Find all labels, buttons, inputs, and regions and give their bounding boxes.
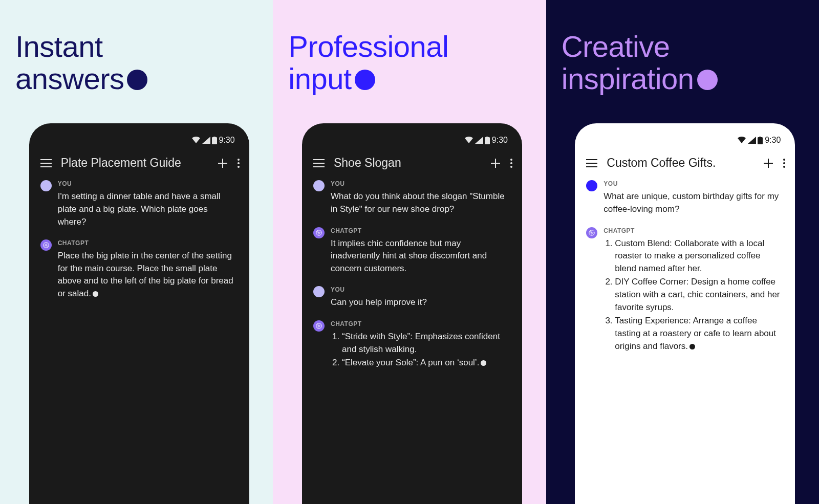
menu-icon[interactable] xyxy=(586,159,597,167)
svg-rect-6 xyxy=(485,137,490,144)
svg-rect-7 xyxy=(486,137,488,138)
assistant-message: CHATGPT Place the big plate in the cente… xyxy=(40,239,238,300)
role-label: CHATGPT xyxy=(604,227,784,234)
status-icons xyxy=(191,137,217,144)
role-label: YOU xyxy=(604,180,784,187)
promo-panel-professional-input: Professional input 9:30 Shoe Slogan xyxy=(273,0,546,504)
message-text: Can you help improve it? xyxy=(331,296,511,309)
user-avatar-icon xyxy=(313,286,325,297)
chat-header: Plate Placement Guide xyxy=(29,150,249,177)
cursor-dot-icon xyxy=(689,344,695,349)
menu-icon[interactable] xyxy=(40,159,52,167)
svg-point-10 xyxy=(510,166,512,168)
promo-panel-instant-answers: Instant answers 9:30 Plate Placement Gui… xyxy=(0,0,273,504)
wifi-icon xyxy=(737,137,746,144)
cursor-dot-icon xyxy=(93,291,98,297)
svg-point-2 xyxy=(238,159,240,161)
message-text: “Stride with Style”: Emphasizes confiden… xyxy=(331,331,511,369)
chatgpt-avatar-icon xyxy=(313,227,325,238)
statusbar-time: 9:30 xyxy=(765,136,781,145)
cell-signal-icon xyxy=(475,137,483,144)
brand-dot-icon xyxy=(697,70,718,90)
svg-point-9 xyxy=(510,162,512,164)
message-text: What do you think about the slogan "Stum… xyxy=(331,190,511,215)
svg-rect-0 xyxy=(212,137,217,144)
user-avatar-icon xyxy=(40,180,52,191)
chat-title: Shoe Slogan xyxy=(334,156,481,170)
headline-line2: input xyxy=(288,62,351,95)
role-label: YOU xyxy=(58,180,238,187)
status-icons xyxy=(737,137,763,144)
brand-dot-icon xyxy=(355,70,375,90)
role-label: YOU xyxy=(331,286,511,293)
statusbar: 9:30 xyxy=(575,123,795,150)
list-item: Custom Blend: Collaborate with a local r… xyxy=(615,237,784,275)
assistant-message: CHATGPT “Stride with Style”: Emphasizes … xyxy=(313,320,511,370)
svg-point-16 xyxy=(783,162,785,164)
menu-icon[interactable] xyxy=(313,159,325,167)
message-text: Place the big plate in the center of the… xyxy=(58,250,238,300)
phone-mock-dark: 9:30 Plate Placement Guide YOU I'm setti… xyxy=(29,123,249,504)
message-text: It implies chic confidence but may inadv… xyxy=(331,237,511,275)
battery-icon xyxy=(758,137,763,144)
headline: Creative inspiration xyxy=(562,31,809,95)
statusbar-time: 9:30 xyxy=(219,136,235,145)
message-list: YOU What are unique, custom birthday gif… xyxy=(575,177,795,354)
headline: Professional input xyxy=(288,31,535,95)
chat-header: Custom Coffee Gifts. xyxy=(575,150,795,177)
chatgpt-avatar-icon xyxy=(313,320,325,332)
phone-mock-dark: 9:30 Shoe Slogan YOU What do you think a… xyxy=(302,123,522,504)
svg-point-17 xyxy=(783,166,785,168)
headline: Instant answers xyxy=(15,31,263,95)
phone-mock-light: 9:30 Custom Coffee Gifts. YOU What are u… xyxy=(575,123,795,504)
chatgpt-avatar-icon xyxy=(586,227,597,238)
chat-title: Plate Placement Guide xyxy=(61,156,208,170)
assistant-message: CHATGPT Custom Blend: Collaborate with a… xyxy=(586,227,784,354)
user-message: YOU I'm setting a dinner table and have … xyxy=(40,180,238,228)
brand-dot-icon xyxy=(127,70,147,90)
svg-point-15 xyxy=(783,159,785,161)
list-item: DIY Coffee Corner: Design a home coffee … xyxy=(615,276,784,314)
new-chat-button[interactable] xyxy=(490,158,501,168)
user-avatar-icon xyxy=(313,180,325,191)
chat-header: Shoe Slogan xyxy=(302,150,522,177)
role-label: CHATGPT xyxy=(331,320,511,327)
wifi-icon xyxy=(191,137,201,144)
statusbar: 9:30 xyxy=(302,123,522,150)
new-chat-button[interactable] xyxy=(218,158,228,168)
more-options-button[interactable] xyxy=(237,158,240,168)
message-list: YOU What do you think about the slogan "… xyxy=(302,177,522,370)
statusbar: 9:30 xyxy=(29,123,249,150)
message-text: What are unique, custom birthday gifts f… xyxy=(604,190,784,215)
message-text: Custom Blend: Collaborate with a local r… xyxy=(604,237,784,353)
headline-line1: Instant xyxy=(15,30,103,63)
headline-line1: Professional xyxy=(288,30,448,63)
headline-line2: answers xyxy=(15,62,124,95)
cell-signal-icon xyxy=(748,137,756,144)
statusbar-time: 9:30 xyxy=(492,136,508,145)
battery-icon xyxy=(485,137,490,144)
chat-title: Custom Coffee Gifts. xyxy=(607,156,754,170)
status-icons xyxy=(464,137,490,144)
list-item: “Stride with Style”: Emphasizes confiden… xyxy=(342,331,511,356)
svg-point-8 xyxy=(510,159,512,161)
svg-rect-1 xyxy=(213,137,215,138)
user-message: YOU What do you think about the slogan "… xyxy=(313,180,511,215)
cursor-dot-icon xyxy=(481,360,486,366)
list-item: “Elevate your Sole”: A pun on ‘soul’. xyxy=(342,357,511,369)
user-avatar-icon xyxy=(586,180,597,191)
svg-point-4 xyxy=(238,166,240,168)
svg-rect-13 xyxy=(758,137,763,144)
user-message: YOU What are unique, custom birthday gif… xyxy=(586,180,784,215)
cell-signal-icon xyxy=(202,137,210,144)
svg-rect-14 xyxy=(759,137,761,138)
headline-line2: inspiration xyxy=(562,62,694,95)
more-options-button[interactable] xyxy=(510,158,513,168)
message-text: I'm setting a dinner table and have a sm… xyxy=(58,190,238,228)
svg-point-3 xyxy=(238,162,240,164)
wifi-icon xyxy=(464,137,473,144)
role-label: CHATGPT xyxy=(58,239,238,247)
list-item: Tasting Experience: Arrange a coffee tas… xyxy=(615,315,784,353)
more-options-button[interactable] xyxy=(783,158,786,168)
new-chat-button[interactable] xyxy=(763,158,773,168)
